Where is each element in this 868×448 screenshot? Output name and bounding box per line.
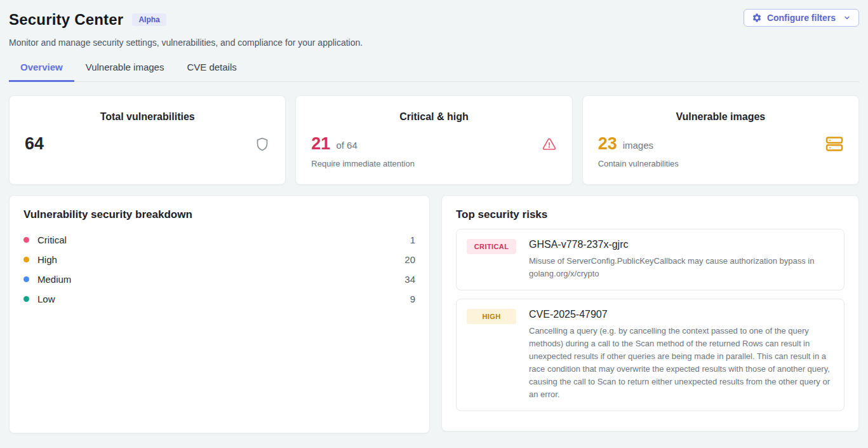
vulnerable-images-value: 23 (598, 135, 617, 153)
stat-card-title: Vulnerable images (598, 111, 843, 123)
security-center-page: Security Center Alpha Configure filters … (0, 0, 868, 433)
stat-card-critical-high: Critical & high 21 of 64 Require immedia… (295, 95, 572, 185)
tab-vulnerable-images[interactable]: Vulnerable images (74, 62, 176, 82)
vulnerability-breakdown-panel: Vulnerability security breakdown Critica… (9, 195, 430, 433)
critical-high-suffix: of 64 (336, 137, 357, 151)
vulnerable-images-suffix: images (623, 137, 653, 151)
stat-cards-row: Total vulnerabilities 64 Critical & high… (9, 95, 859, 185)
high-dot-icon (23, 257, 29, 262)
legend-value: 1 (410, 234, 415, 245)
risk-item-ghsa-v778-237x-gjrc[interactable]: CRITICAL GHSA-v778-237x-gjrc Misuse of S… (456, 229, 845, 290)
breakdown-legend: Critical 1 High 20 Medium 34 Low 9 (23, 230, 415, 309)
stat-card-total-vulnerabilities: Total vulnerabilities 64 (9, 95, 286, 185)
critical-high-subtext: Require immediate attention (311, 159, 556, 168)
severity-badge-high: HIGH (467, 309, 516, 324)
legend-label: Low (37, 294, 55, 304)
total-vulnerabilities-value: 64 (25, 135, 44, 153)
risks-title: Top security risks (456, 208, 845, 221)
vulnerable-images-subtext: Contain vulnerabilities (598, 159, 843, 168)
risk-id: CVE-2025-47907 (529, 309, 834, 320)
risk-list: CRITICAL GHSA-v778-237x-gjrc Misuse of S… (456, 229, 845, 418)
legend-item-critical: Critical 1 (23, 230, 415, 250)
critical-high-value: 21 (311, 135, 330, 153)
legend-value: 20 (404, 254, 415, 265)
legend-value: 34 (404, 274, 415, 285)
low-dot-icon (23, 296, 29, 302)
legend-label: Critical (37, 234, 67, 245)
page-header: Security Center Alpha (9, 11, 859, 29)
legend-label: High (37, 254, 57, 265)
warning-triangle-icon (542, 137, 557, 152)
legend-value: 9 (410, 294, 415, 304)
risk-description: Cancelling a query (e.g. by cancelling t… (529, 325, 834, 401)
panels-row: Vulnerability security breakdown Critica… (9, 195, 859, 433)
chevron-down-icon (843, 14, 851, 22)
page-subtitle: Monitor and manage security settings, vu… (9, 37, 859, 48)
risk-item-cve-2025-47907[interactable]: HIGH CVE-2025-47907 Cancelling a query (… (456, 299, 845, 411)
gear-icon (752, 13, 762, 23)
tab-bar: Overview Vulnerable images CVE details (9, 62, 859, 82)
critical-dot-icon (23, 237, 29, 243)
page-title: Security Center (9, 11, 123, 29)
stat-card-title: Critical & high (311, 111, 556, 123)
stat-card-title: Total vulnerabilities (25, 111, 270, 123)
medium-dot-icon (23, 276, 29, 282)
top-security-risks-panel: Top security risks CRITICAL GHSA-v778-23… (441, 195, 859, 431)
risk-id: GHSA-v778-237x-gjrc (529, 239, 834, 250)
legend-label: Medium (37, 274, 71, 285)
tab-overview[interactable]: Overview (9, 62, 74, 82)
legend-item-low: Low 9 (23, 289, 415, 309)
risk-description: Misuse of ServerConfig.PublicKeyCallback… (529, 255, 834, 280)
stat-card-vulnerable-images: Vulnerable images 23 images Contain vuln… (582, 95, 859, 185)
configure-filters-label: Configure filters (767, 13, 836, 23)
breakdown-title: Vulnerability security breakdown (23, 208, 415, 221)
legend-item-medium: Medium 34 (23, 269, 415, 289)
legend-item-high: High 20 (23, 250, 415, 269)
shield-icon (255, 136, 270, 153)
configure-filters-button[interactable]: Configure filters (744, 9, 859, 27)
alpha-badge: Alpha (132, 13, 166, 26)
server-stack-icon (825, 135, 843, 153)
severity-badge-critical: CRITICAL (467, 239, 516, 254)
tab-cve-details[interactable]: CVE details (175, 62, 248, 82)
